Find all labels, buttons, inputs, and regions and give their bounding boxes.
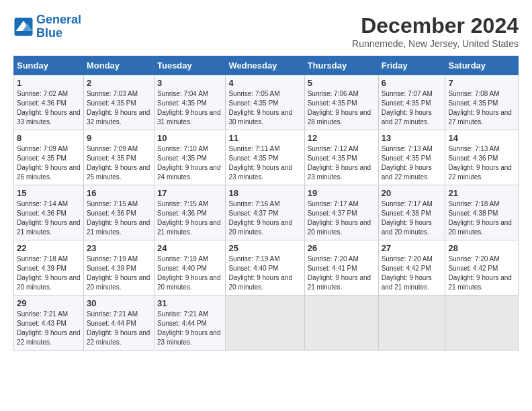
day-info: Sunrise: 7:16 AMSunset: 4:37 PMDaylight:… (228, 200, 292, 236)
day-info: Sunrise: 7:21 AMSunset: 4:44 PMDaylight:… (157, 310, 221, 346)
day-info: Sunrise: 7:21 AMSunset: 4:44 PMDaylight:… (87, 310, 150, 346)
calendar-cell: 29 Sunrise: 7:21 AMSunset: 4:43 PMDaylig… (14, 295, 84, 351)
day-info: Sunrise: 7:18 AMSunset: 4:38 PMDaylight:… (448, 200, 512, 236)
calendar-cell: 1 Sunrise: 7:02 AMSunset: 4:36 PMDayligh… (14, 75, 84, 130)
day-number: 26 (308, 243, 375, 253)
week-row-1: 1 Sunrise: 7:02 AMSunset: 4:36 PMDayligh… (14, 75, 519, 130)
day-info: Sunrise: 7:07 AMSunset: 4:35 PMDaylight:… (382, 90, 433, 126)
calendar-header-row: SundayMondayTuesdayWednesdayThursdayFrid… (14, 56, 519, 75)
header: General Blue December 2024 Runnemede, Ne… (13, 13, 519, 49)
day-info: Sunrise: 7:02 AMSunset: 4:36 PMDaylight:… (17, 90, 81, 126)
calendar-cell (445, 295, 519, 351)
day-number: 18 (228, 188, 301, 198)
calendar-table: SundayMondayTuesdayWednesdayThursdayFrid… (13, 56, 519, 351)
week-row-5: 29 Sunrise: 7:21 AMSunset: 4:43 PMDaylig… (14, 295, 519, 351)
day-info: Sunrise: 7:04 AMSunset: 4:35 PMDaylight:… (157, 90, 221, 126)
day-number: 9 (87, 133, 151, 143)
day-number: 13 (382, 133, 443, 143)
logo-text: General Blue (36, 13, 81, 40)
calendar-cell: 19 Sunrise: 7:17 AMSunset: 4:37 PMDaylig… (304, 185, 378, 240)
day-number: 23 (87, 243, 151, 253)
day-number: 17 (157, 188, 222, 198)
calendar-cell: 9 Sunrise: 7:09 AMSunset: 4:35 PMDayligh… (83, 130, 154, 185)
calendar-cell (378, 295, 445, 351)
day-info: Sunrise: 7:17 AMSunset: 4:38 PMDaylight:… (382, 200, 433, 236)
column-header-sunday: Sunday (14, 56, 84, 75)
calendar-cell (304, 295, 378, 351)
day-info: Sunrise: 7:08 AMSunset: 4:35 PMDaylight:… (448, 90, 512, 126)
logo: General Blue (13, 13, 81, 40)
week-row-2: 8 Sunrise: 7:09 AMSunset: 4:35 PMDayligh… (14, 130, 519, 185)
day-number: 5 (308, 78, 375, 88)
calendar-cell: 30 Sunrise: 7:21 AMSunset: 4:44 PMDaylig… (83, 295, 154, 351)
calendar-cell: 6 Sunrise: 7:07 AMSunset: 4:35 PMDayligh… (378, 75, 445, 130)
day-number: 8 (17, 133, 81, 143)
calendar-cell: 2 Sunrise: 7:03 AMSunset: 4:35 PMDayligh… (83, 75, 154, 130)
day-info: Sunrise: 7:12 AMSunset: 4:35 PMDaylight:… (308, 145, 371, 181)
calendar-cell: 20 Sunrise: 7:17 AMSunset: 4:38 PMDaylig… (378, 185, 445, 240)
day-number: 10 (157, 133, 222, 143)
day-number: 4 (228, 78, 301, 88)
day-info: Sunrise: 7:19 AMSunset: 4:40 PMDaylight:… (228, 255, 292, 291)
calendar-cell: 27 Sunrise: 7:20 AMSunset: 4:42 PMDaylig… (378, 240, 445, 295)
day-info: Sunrise: 7:21 AMSunset: 4:43 PMDaylight:… (17, 310, 81, 346)
calendar-cell: 18 Sunrise: 7:16 AMSunset: 4:37 PMDaylig… (226, 185, 304, 240)
column-header-thursday: Thursday (304, 56, 378, 75)
day-info: Sunrise: 7:03 AMSunset: 4:35 PMDaylight:… (87, 90, 150, 126)
logo-line1: General (36, 13, 81, 26)
logo-icon (13, 17, 34, 37)
day-info: Sunrise: 7:05 AMSunset: 4:35 PMDaylight:… (228, 90, 292, 126)
calendar-cell: 25 Sunrise: 7:19 AMSunset: 4:40 PMDaylig… (226, 240, 304, 295)
day-number: 21 (448, 188, 515, 198)
day-info: Sunrise: 7:20 AMSunset: 4:42 PMDaylight:… (382, 255, 433, 291)
day-number: 28 (448, 243, 515, 253)
calendar-cell: 8 Sunrise: 7:09 AMSunset: 4:35 PMDayligh… (14, 130, 84, 185)
day-info: Sunrise: 7:15 AMSunset: 4:36 PMDaylight:… (157, 200, 221, 236)
day-info: Sunrise: 7:19 AMSunset: 4:40 PMDaylight:… (157, 255, 221, 291)
calendar-cell: 22 Sunrise: 7:18 AMSunset: 4:39 PMDaylig… (14, 240, 84, 295)
calendar-cell: 28 Sunrise: 7:20 AMSunset: 4:42 PMDaylig… (445, 240, 519, 295)
day-info: Sunrise: 7:17 AMSunset: 4:37 PMDaylight:… (308, 200, 371, 236)
day-number: 19 (308, 188, 375, 198)
day-number: 7 (448, 78, 515, 88)
calendar-cell: 21 Sunrise: 7:18 AMSunset: 4:38 PMDaylig… (445, 185, 519, 240)
calendar-cell: 13 Sunrise: 7:13 AMSunset: 4:35 PMDaylig… (378, 130, 445, 185)
calendar-cell: 26 Sunrise: 7:20 AMSunset: 4:41 PMDaylig… (304, 240, 378, 295)
day-number: 20 (382, 188, 443, 198)
day-info: Sunrise: 7:13 AMSunset: 4:35 PMDaylight:… (382, 145, 433, 181)
calendar-cell: 15 Sunrise: 7:14 AMSunset: 4:36 PMDaylig… (14, 185, 84, 240)
day-number: 6 (382, 78, 443, 88)
day-number: 12 (308, 133, 375, 143)
column-header-wednesday: Wednesday (226, 56, 304, 75)
day-info: Sunrise: 7:06 AMSunset: 4:35 PMDaylight:… (308, 90, 371, 126)
week-row-3: 15 Sunrise: 7:14 AMSunset: 4:36 PMDaylig… (14, 185, 519, 240)
day-info: Sunrise: 7:11 AMSunset: 4:35 PMDaylight:… (228, 145, 292, 181)
calendar-cell: 11 Sunrise: 7:11 AMSunset: 4:35 PMDaylig… (226, 130, 304, 185)
day-info: Sunrise: 7:18 AMSunset: 4:39 PMDaylight:… (17, 255, 81, 291)
day-number: 31 (157, 298, 222, 308)
calendar-cell: 17 Sunrise: 7:15 AMSunset: 4:36 PMDaylig… (154, 185, 225, 240)
day-info: Sunrise: 7:10 AMSunset: 4:35 PMDaylight:… (157, 145, 221, 181)
day-number: 25 (228, 243, 301, 253)
day-number: 22 (17, 243, 81, 253)
day-number: 30 (87, 298, 151, 308)
day-number: 3 (157, 78, 222, 88)
column-header-friday: Friday (378, 56, 445, 75)
day-number: 15 (17, 188, 81, 198)
day-number: 14 (448, 133, 515, 143)
column-header-monday: Monday (83, 56, 154, 75)
calendar-cell: 14 Sunrise: 7:13 AMSunset: 4:36 PMDaylig… (445, 130, 519, 185)
day-info: Sunrise: 7:20 AMSunset: 4:41 PMDaylight:… (308, 255, 371, 291)
day-info: Sunrise: 7:09 AMSunset: 4:35 PMDaylight:… (17, 145, 81, 181)
day-number: 27 (382, 243, 443, 253)
day-info: Sunrise: 7:20 AMSunset: 4:42 PMDaylight:… (448, 255, 512, 291)
day-number: 16 (87, 188, 151, 198)
column-header-saturday: Saturday (445, 56, 519, 75)
logo-line2: Blue (36, 26, 62, 40)
column-header-tuesday: Tuesday (154, 56, 225, 75)
calendar-cell: 16 Sunrise: 7:15 AMSunset: 4:36 PMDaylig… (83, 185, 154, 240)
calendar-cell: 5 Sunrise: 7:06 AMSunset: 4:35 PMDayligh… (304, 75, 378, 130)
day-info: Sunrise: 7:15 AMSunset: 4:36 PMDaylight:… (87, 200, 150, 236)
calendar-cell: 7 Sunrise: 7:08 AMSunset: 4:35 PMDayligh… (445, 75, 519, 130)
calendar-cell (226, 295, 304, 351)
